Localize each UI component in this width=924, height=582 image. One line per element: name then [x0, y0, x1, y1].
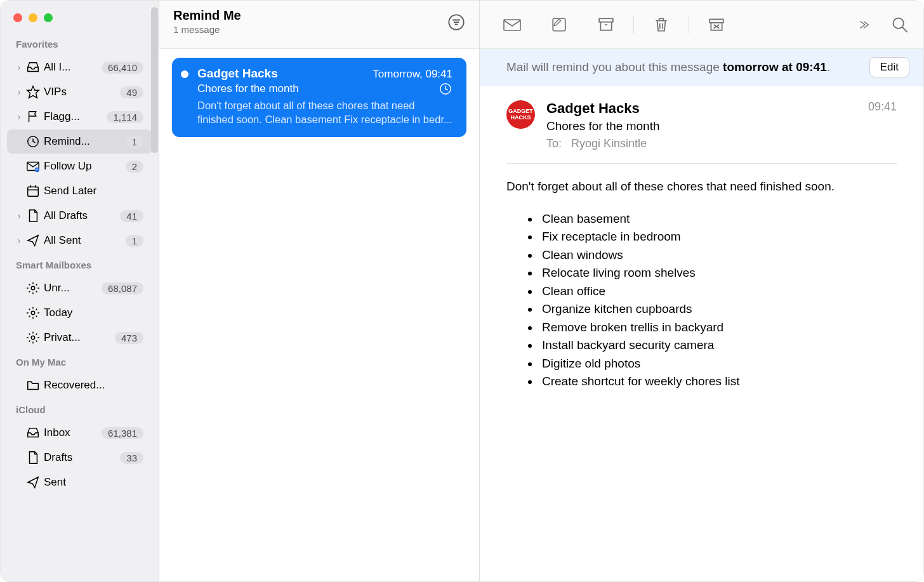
subject-line: Chores for the month	[546, 119, 857, 133]
close-window-button[interactable]	[13, 13, 22, 22]
remind-banner: Mail will remind you about this message …	[480, 49, 923, 86]
disclosure-chevron-icon[interactable]: ›	[16, 62, 22, 72]
chore-item: Fix receptacle in bedroom	[539, 228, 897, 246]
chore-item: Create shortcut for weekly chores list	[539, 373, 897, 391]
svg-point-9	[31, 311, 35, 315]
message-list-column: Remind Me 1 message Gadget Hacks Tomorro…	[159, 1, 480, 581]
banner-text: Mail will remind you about this message …	[506, 60, 830, 74]
sidebar-item-sent[interactable]: Sent	[7, 470, 152, 494]
svg-rect-4	[28, 187, 39, 197]
sidebar-item-label: All Drafts	[44, 209, 116, 222]
disclosure-chevron-icon[interactable]: ›	[16, 211, 22, 221]
disclosure-chevron-icon[interactable]: ›	[16, 235, 22, 246]
svg-point-23	[894, 18, 904, 28]
sidebar-item-all-i-[interactable]: ›All I...66,410	[7, 55, 152, 79]
header-time: 09:41	[868, 100, 897, 150]
sidebar-item-label: All I...	[44, 61, 98, 74]
sender-avatar: GADGET HACKS	[506, 100, 535, 129]
sidebar-item-flagg-[interactable]: ›Flagg...1,114	[7, 105, 152, 129]
message-list-header: Remind Me 1 message	[159, 1, 479, 49]
gear-icon	[26, 281, 40, 295]
sidebar-item-label: Inbox	[44, 427, 98, 439]
message-preview: Don't forget about all of these chores t…	[197, 98, 452, 127]
sidebar-item-remind-[interactable]: Remind...1	[7, 129, 152, 154]
filter-button[interactable]	[447, 13, 465, 31]
send-icon	[26, 475, 40, 489]
inbox-icon	[26, 426, 40, 440]
search-button[interactable]	[890, 15, 909, 34]
count-badge: 68,087	[102, 282, 143, 294]
sidebar-item-label: VIPs	[44, 86, 116, 98]
archive-button[interactable]	[597, 15, 616, 34]
count-badge: 1	[126, 136, 143, 148]
sidebar-item-send-later[interactable]: Send Later	[7, 179, 152, 203]
to-line: To: Ryogi Kinsintle	[546, 137, 857, 150]
traffic-lights	[1, 8, 159, 32]
sidebar-item-label: Flagg...	[44, 110, 103, 123]
sidebar-item-all-drafts[interactable]: ›All Drafts41	[7, 204, 152, 228]
sidebar-item-inbox[interactable]: Inbox61,381	[7, 421, 152, 445]
from-name: Gadget Hacks	[546, 100, 857, 117]
disclosure-chevron-icon[interactable]: ›	[16, 112, 22, 122]
doc-icon	[26, 451, 40, 465]
chore-item: Organize kitchen cupboards	[539, 300, 897, 319]
unread-indicator	[181, 70, 188, 78]
sidebar-section-title: On My Mac	[1, 350, 159, 373]
junk-button[interactable]	[707, 15, 726, 34]
sidebar-item-label: Sent	[44, 476, 143, 489]
clock-icon	[26, 135, 40, 149]
sidebar-item-unr-[interactable]: Unr...68,087	[7, 276, 152, 300]
more-button[interactable]	[854, 15, 873, 34]
message-body: GADGET HACKS Gadget Hacks Chores for the…	[480, 86, 923, 405]
zoom-window-button[interactable]	[44, 13, 53, 22]
folder-icon	[26, 378, 40, 392]
send-icon	[26, 234, 40, 248]
sidebar-item-privat-[interactable]: Privat...473	[7, 326, 152, 350]
sidebar-item-drafts[interactable]: Drafts33	[7, 446, 152, 470]
edit-reminder-button[interactable]: Edit	[869, 57, 909, 77]
sidebar-section-title: iCloud	[1, 398, 159, 420]
gear-icon	[26, 306, 40, 320]
sidebar-item-label: Remind...	[44, 135, 122, 148]
followup-icon	[26, 159, 40, 173]
sidebar-item-today[interactable]: Today	[7, 301, 152, 325]
svg-marker-0	[27, 86, 39, 98]
svg-rect-22	[710, 19, 723, 22]
inbox-icon	[26, 60, 40, 74]
count-badge: 49	[120, 86, 143, 98]
sidebar-item-recovered-[interactable]: Recovered...	[7, 373, 152, 397]
chore-list: Clean basementFix receptacle in bedroomC…	[539, 210, 897, 391]
minimize-window-button[interactable]	[29, 13, 37, 22]
svg-rect-16	[504, 20, 520, 30]
mailbox-count: 1 message	[173, 24, 241, 35]
message-header: GADGET HACKS Gadget Hacks Chores for the…	[506, 100, 897, 164]
chore-item: Remove broken trellis in backyard	[539, 319, 897, 337]
sidebar-item-label: Recovered...	[44, 379, 143, 392]
sidebar-item-all-sent[interactable]: ›All Sent1	[7, 228, 152, 253]
sidebar-item-vips[interactable]: ›VIPs49	[7, 80, 152, 104]
count-badge: 2	[126, 161, 143, 173]
svg-rect-18	[599, 18, 613, 22]
sidebar-section-title: Smart Mailboxes	[1, 253, 159, 275]
count-badge: 41	[120, 210, 143, 222]
disclosure-chevron-icon[interactable]: ›	[16, 87, 22, 97]
count-badge: 1,114	[107, 111, 143, 123]
count-badge: 473	[115, 332, 143, 344]
mailbox-title: Remind Me	[173, 8, 241, 23]
message-list-item[interactable]: Gadget Hacks Tomorrow, 09:41 Chores for …	[172, 58, 466, 137]
calendar-icon	[26, 184, 40, 198]
toolbar-divider	[633, 16, 634, 34]
sidebar-item-label: All Sent	[44, 234, 122, 247]
message-time: Tomorrow, 09:41	[373, 68, 452, 81]
chore-item: Digitize old photos	[539, 355, 897, 373]
compose-button[interactable]	[550, 15, 569, 34]
reply-button[interactable]	[503, 15, 522, 34]
sidebar-item-follow-up[interactable]: Follow Up2	[7, 154, 152, 178]
star-icon	[26, 85, 40, 99]
svg-line-24	[902, 27, 908, 32]
toolbar	[480, 1, 923, 49]
delete-button[interactable]	[652, 15, 671, 34]
count-badge: 66,410	[102, 62, 143, 74]
sidebar-scrollbar[interactable]	[151, 7, 158, 153]
body-text: Don't forget about all of these chores t…	[506, 178, 897, 391]
